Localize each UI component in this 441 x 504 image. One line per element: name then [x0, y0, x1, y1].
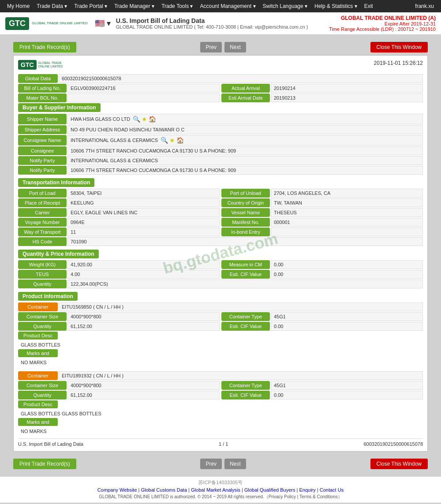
- container-2-cif-field: Esti. CIF Value 0.00: [221, 391, 423, 399]
- container-2-qty-row: Quantity 61,152.00 Esti. CIF Value 0.00: [18, 391, 423, 399]
- record-logo-icon: GTC: [18, 60, 37, 70]
- top-toolbar: Print Trade Record(s) Prev Next Close Th…: [0, 39, 441, 55]
- port-of-load-label: Port of Load: [18, 189, 67, 198]
- container-2-size-value: 4000*900*800: [67, 381, 220, 390]
- container-2-label: Container: [18, 371, 58, 380]
- nav-tradetools[interactable]: Trade Tools ▾: [158, 0, 196, 12]
- hs-code-row: HS Code 701090: [18, 237, 423, 246]
- consignee-home-icon[interactable]: 🏠: [176, 137, 184, 144]
- container-1-qty-field: Quantity 61,152.00: [18, 322, 220, 331]
- global-data-value: 6003201902150000615078: [59, 74, 423, 83]
- country-of-origin-value: TW, TAIWAN: [271, 198, 423, 207]
- bottom-next-button[interactable]: Next: [224, 459, 246, 469]
- consignee-label: Consignee: [18, 146, 67, 155]
- carrier-label: Carrier: [18, 208, 67, 217]
- close-button[interactable]: Close This Window: [370, 42, 428, 52]
- bol-row: Bill of Lading No. EGLV003900224716 Actu…: [18, 84, 423, 93]
- quantity-row: Quantity 122,304.00(PCS): [18, 280, 423, 288]
- consignee-name-row: Consignee Name INTERNATIONAL GLASS & CER…: [18, 135, 423, 146]
- voyage-number-field: Voyage Number 0964E: [18, 218, 220, 227]
- container-1-cif-field: Esti. CIF Value 0.00: [221, 322, 423, 331]
- expire-date: Expire After 2019-12-31: [329, 21, 436, 26]
- nav-trademanager[interactable]: Trade Manager ▾: [111, 0, 158, 12]
- measure-field: Measure in CM 0.00: [221, 260, 423, 269]
- quantity-label: Quantity: [18, 280, 67, 288]
- consignee-search-icon[interactable]: 🔍: [161, 137, 168, 144]
- container-1: Container EITU1569850 ( CN / L / HH ) Co…: [18, 302, 423, 366]
- container-2-cif-label: Esti. CIF Value: [221, 391, 270, 399]
- transport-section-header: Transportation Information: [18, 178, 94, 187]
- weight-label: Weight (KG): [18, 260, 67, 269]
- footer-market-analysis[interactable]: Global Market Analysis: [191, 487, 240, 493]
- home-icon[interactable]: 🏠: [149, 116, 156, 123]
- mater-bol-field: Mater BOL No.: [18, 93, 220, 102]
- in-bond-label: In-bond Entry: [221, 228, 270, 236]
- nav-switchlanguage[interactable]: Switch Language ▾: [259, 0, 311, 12]
- product-desc-label-1: Product Desc: [18, 332, 58, 340]
- star-icon[interactable]: ★: [142, 116, 147, 123]
- print-button[interactable]: Print Trade Record(s): [13, 42, 76, 52]
- container-1-marks-row: Marks and: [18, 349, 423, 358]
- nav-exit[interactable]: Exit: [361, 0, 377, 12]
- actual-arrival-value: 20190214: [271, 84, 423, 93]
- transport-section: Transportation Information Port of Load …: [18, 178, 423, 246]
- measure-value: 0.00: [271, 260, 423, 269]
- qty-section-header: Quantity & Price Information: [18, 250, 99, 258]
- hs-code-value: 701090: [67, 237, 423, 246]
- header-title-area: U.S. Import Bill of Lading Data GLOBAL T…: [116, 17, 329, 30]
- notify-party-row1: Notify Party INTERNATIONAL GLASS & CERAM…: [18, 156, 423, 165]
- notify-party-row2: Notify Party 10606 7TH STREET RANCHO CUC…: [18, 166, 423, 175]
- container-1-label: Container: [18, 302, 58, 311]
- manifest-no-value: 000001: [271, 218, 423, 227]
- footer-company-website[interactable]: Company Website: [97, 487, 137, 493]
- esti-cif-label: Esti. CIF Value: [221, 270, 270, 279]
- container-1-id-value: EITU1569850 ( CN / L / HH ): [59, 302, 423, 311]
- bol-no-value: EGLV003900224716: [67, 84, 220, 93]
- mater-bol-label: Mater BOL No.: [18, 93, 67, 102]
- prev-button[interactable]: Prev: [200, 42, 222, 52]
- page-subtitle: GLOBAL TRADE ONLINE LIMITED ( Tel: 400-7…: [116, 24, 329, 30]
- mater-bol-row: Mater BOL No. Esti Arrival Date 20190213: [18, 93, 423, 102]
- consignee-row: Consignee 10606 7TH STREET RANCHO CUCAMO…: [18, 146, 423, 155]
- teus-row: TEUS 4.00 Esti. CIF Value 0.00: [18, 270, 423, 279]
- product-desc-label-2: Product Desc: [18, 400, 58, 408]
- container-1-size-row: Container Size 4000*900*800 Container Ty…: [18, 312, 423, 321]
- notify-party-value1: INTERNATIONAL GLASS & CERAMICS: [67, 156, 423, 165]
- voyage-row: Voyage Number 0964E Manifest No. 000001: [18, 218, 423, 227]
- nav-tradeportal[interactable]: Trade Portal ▾: [71, 0, 111, 12]
- way-of-transport-field: Way of Transport 11: [18, 228, 220, 236]
- next-button[interactable]: Next: [224, 42, 246, 52]
- footer-qualified-buyers[interactable]: Global Qualified Buyers: [244, 487, 295, 493]
- nav-tradedata[interactable]: Trade Data ▾: [33, 0, 71, 12]
- container-2-qty-label: Quantity: [18, 391, 67, 399]
- place-of-receipt-label: Place of Receipt: [18, 198, 67, 207]
- marks-label-2: Marks and: [18, 418, 58, 426]
- container-2-type-value: 45G1: [271, 381, 423, 390]
- nav-myhome[interactable]: My Home: [4, 0, 33, 12]
- weight-field: Weight (KG) 41,920.00: [18, 260, 220, 269]
- esti-arrival-field: Esti Arrival Date 20190213: [221, 93, 423, 102]
- footer-contact-us[interactable]: Contact Us: [320, 487, 344, 493]
- consignee-star-icon[interactable]: ★: [169, 137, 175, 144]
- record-logo: GTC GLOBAL TRADEONLINE LIMITED: [18, 60, 63, 70]
- nav-helpstatistics[interactable]: Help & Statistics ▾: [311, 0, 361, 12]
- shipper-name-label: Shipper Name: [18, 114, 67, 124]
- bottom-print-button[interactable]: Print Trade Record(s): [13, 459, 76, 469]
- bottom-close-button[interactable]: Close This Window: [370, 459, 428, 469]
- manifest-no-label: Manifest No.: [221, 218, 270, 227]
- footer-enquiry[interactable]: Enquiry: [299, 487, 315, 493]
- search-icon[interactable]: 🔍: [133, 116, 140, 123]
- page-header: GTC GLOBAL TRADE ONLINE LIMITED 🇺🇸 ▾ U.S…: [0, 12, 441, 35]
- container-1-size-field: Container Size 4000*900*800: [18, 312, 220, 321]
- country-of-origin-label: Country of Origin: [221, 198, 270, 207]
- port-of-unload-label: Port of Unload: [221, 189, 270, 198]
- container-2-cif-value: 0.00: [271, 391, 423, 399]
- bottom-prev-button[interactable]: Prev: [200, 459, 222, 469]
- footer-customs-data[interactable]: Global Customs Data: [141, 487, 187, 493]
- nav-username: frank.xu: [411, 0, 437, 12]
- footer-copyright: GLOBAL TRADE ONLINE LIMITED is authorize…: [3, 494, 438, 500]
- container-type-label-2: Container Type: [221, 381, 270, 390]
- esti-arrival-label: Esti Arrival Date: [221, 93, 270, 102]
- nav-accountmanagement[interactable]: Account Management ▾: [197, 0, 259, 12]
- flag-icon[interactable]: 🇺🇸 ▾: [95, 19, 111, 28]
